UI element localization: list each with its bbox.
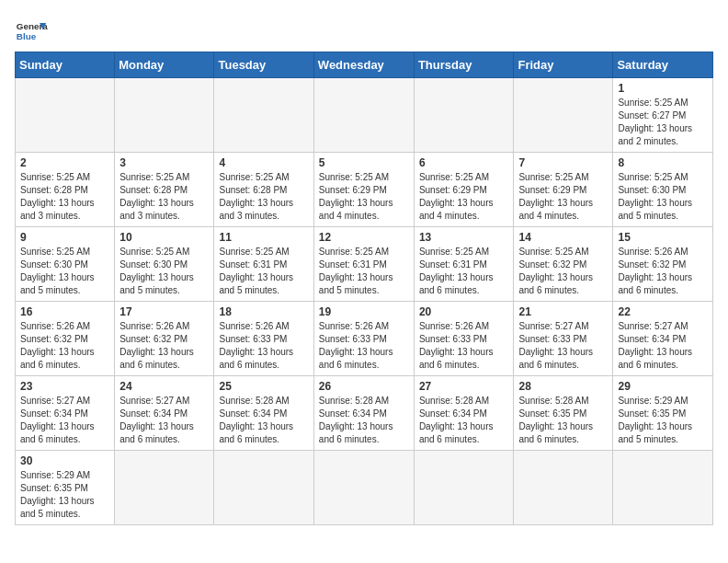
day-number: 7 bbox=[518, 156, 608, 169]
day-of-week-header: Thursday bbox=[414, 52, 514, 78]
day-info: Sunrise: 5:28 AM Sunset: 6:34 PM Dayligh… bbox=[219, 395, 308, 446]
generalblue-logo-icon: General Blue bbox=[15, 15, 48, 48]
calendar-day-cell: 25Sunrise: 5:28 AM Sunset: 6:34 PM Dayli… bbox=[214, 376, 313, 451]
calendar-day-cell: 17Sunrise: 5:26 AM Sunset: 6:32 PM Dayli… bbox=[115, 302, 214, 376]
calendar-day-cell bbox=[514, 78, 613, 153]
calendar-day-cell: 6Sunrise: 5:25 AM Sunset: 6:29 PM Daylig… bbox=[414, 153, 514, 227]
day-number: 29 bbox=[618, 380, 708, 393]
day-of-week-header: Monday bbox=[115, 52, 214, 78]
calendar-week-row: 16Sunrise: 5:26 AM Sunset: 6:32 PM Dayli… bbox=[16, 302, 713, 376]
calendar-day-cell bbox=[613, 451, 713, 525]
calendar-day-cell: 5Sunrise: 5:25 AM Sunset: 6:29 PM Daylig… bbox=[313, 153, 414, 227]
day-info: Sunrise: 5:25 AM Sunset: 6:28 PM Dayligh… bbox=[219, 171, 308, 223]
day-info: Sunrise: 5:27 AM Sunset: 6:34 PM Dayligh… bbox=[119, 395, 209, 446]
calendar-day-cell: 26Sunrise: 5:28 AM Sunset: 6:34 PM Dayli… bbox=[313, 376, 414, 451]
calendar-day-cell bbox=[115, 451, 214, 525]
day-info: Sunrise: 5:25 AM Sunset: 6:31 PM Dayligh… bbox=[419, 246, 509, 297]
day-info: Sunrise: 5:25 AM Sunset: 6:28 PM Dayligh… bbox=[119, 171, 209, 223]
day-number: 9 bbox=[20, 231, 109, 244]
calendar-day-cell bbox=[514, 451, 613, 525]
day-info: Sunrise: 5:28 AM Sunset: 6:34 PM Dayligh… bbox=[419, 395, 509, 446]
calendar-day-cell: 27Sunrise: 5:28 AM Sunset: 6:34 PM Dayli… bbox=[414, 376, 514, 451]
day-number: 25 bbox=[219, 380, 308, 393]
day-number: 24 bbox=[119, 380, 209, 393]
day-info: Sunrise: 5:25 AM Sunset: 6:31 PM Dayligh… bbox=[319, 246, 409, 297]
day-info: Sunrise: 5:26 AM Sunset: 6:32 PM Dayligh… bbox=[618, 246, 708, 297]
calendar-week-row: 1Sunrise: 5:25 AM Sunset: 6:27 PM Daylig… bbox=[16, 78, 713, 153]
calendar-day-cell: 2Sunrise: 5:25 AM Sunset: 6:28 PM Daylig… bbox=[16, 153, 115, 227]
day-number: 19 bbox=[319, 305, 409, 318]
day-number: 5 bbox=[319, 156, 409, 169]
calendar-day-cell: 3Sunrise: 5:25 AM Sunset: 6:28 PM Daylig… bbox=[115, 153, 214, 227]
calendar-day-cell: 4Sunrise: 5:25 AM Sunset: 6:28 PM Daylig… bbox=[214, 153, 313, 227]
calendar-day-cell: 7Sunrise: 5:25 AM Sunset: 6:29 PM Daylig… bbox=[514, 153, 613, 227]
day-info: Sunrise: 5:26 AM Sunset: 6:32 PM Dayligh… bbox=[119, 320, 209, 372]
calendar-week-row: 2Sunrise: 5:25 AM Sunset: 6:28 PM Daylig… bbox=[16, 153, 713, 227]
calendar-day-cell: 11Sunrise: 5:25 AM Sunset: 6:31 PM Dayli… bbox=[214, 227, 313, 302]
day-info: Sunrise: 5:25 AM Sunset: 6:31 PM Dayligh… bbox=[219, 246, 308, 297]
day-info: Sunrise: 5:25 AM Sunset: 6:30 PM Dayligh… bbox=[618, 171, 708, 223]
day-number: 6 bbox=[419, 156, 509, 169]
calendar-day-cell: 28Sunrise: 5:28 AM Sunset: 6:35 PM Dayli… bbox=[514, 376, 613, 451]
day-number: 14 bbox=[518, 231, 608, 244]
day-number: 20 bbox=[419, 305, 509, 318]
day-of-week-header: Wednesday bbox=[313, 52, 414, 78]
day-info: Sunrise: 5:27 AM Sunset: 6:34 PM Dayligh… bbox=[20, 395, 109, 446]
day-number: 10 bbox=[119, 231, 209, 244]
day-info: Sunrise: 5:28 AM Sunset: 6:34 PM Dayligh… bbox=[319, 395, 409, 446]
calendar-day-cell: 20Sunrise: 5:26 AM Sunset: 6:33 PM Dayli… bbox=[414, 302, 514, 376]
calendar-day-cell bbox=[115, 78, 214, 153]
day-of-week-header: Friday bbox=[514, 52, 613, 78]
day-number: 21 bbox=[518, 305, 608, 318]
day-of-week-header: Saturday bbox=[613, 52, 713, 78]
day-info: Sunrise: 5:26 AM Sunset: 6:33 PM Dayligh… bbox=[319, 320, 409, 372]
page-header: General Blue bbox=[15, 15, 713, 48]
day-number: 27 bbox=[419, 380, 509, 393]
calendar-day-cell bbox=[16, 78, 115, 153]
calendar-day-cell bbox=[214, 451, 313, 525]
day-info: Sunrise: 5:26 AM Sunset: 6:33 PM Dayligh… bbox=[419, 320, 509, 372]
day-number: 16 bbox=[20, 305, 109, 318]
day-info: Sunrise: 5:25 AM Sunset: 6:30 PM Dayligh… bbox=[119, 246, 209, 297]
calendar-day-cell: 14Sunrise: 5:25 AM Sunset: 6:32 PM Dayli… bbox=[514, 227, 613, 302]
calendar-day-cell: 1Sunrise: 5:25 AM Sunset: 6:27 PM Daylig… bbox=[613, 78, 713, 153]
day-info: Sunrise: 5:29 AM Sunset: 6:35 PM Dayligh… bbox=[618, 395, 708, 446]
day-of-week-header: Tuesday bbox=[214, 52, 313, 78]
day-number: 30 bbox=[20, 454, 109, 467]
day-info: Sunrise: 5:25 AM Sunset: 6:32 PM Dayligh… bbox=[518, 246, 608, 297]
day-info: Sunrise: 5:26 AM Sunset: 6:32 PM Dayligh… bbox=[20, 320, 109, 372]
calendar-week-row: 30Sunrise: 5:29 AM Sunset: 6:35 PM Dayli… bbox=[16, 451, 713, 525]
calendar-day-cell: 12Sunrise: 5:25 AM Sunset: 6:31 PM Dayli… bbox=[313, 227, 414, 302]
day-number: 13 bbox=[419, 231, 509, 244]
day-info: Sunrise: 5:28 AM Sunset: 6:35 PM Dayligh… bbox=[518, 395, 608, 446]
calendar-day-cell: 8Sunrise: 5:25 AM Sunset: 6:30 PM Daylig… bbox=[613, 153, 713, 227]
calendar-header-row: SundayMondayTuesdayWednesdayThursdayFrid… bbox=[16, 52, 713, 78]
calendar-day-cell bbox=[414, 78, 514, 153]
logo: General Blue bbox=[15, 15, 48, 48]
day-number: 18 bbox=[219, 305, 308, 318]
day-info: Sunrise: 5:25 AM Sunset: 6:30 PM Dayligh… bbox=[20, 246, 109, 297]
day-number: 1 bbox=[618, 82, 708, 95]
calendar-day-cell: 30Sunrise: 5:29 AM Sunset: 6:35 PM Dayli… bbox=[16, 451, 115, 525]
day-number: 23 bbox=[20, 380, 109, 393]
calendar-day-cell: 21Sunrise: 5:27 AM Sunset: 6:33 PM Dayli… bbox=[514, 302, 613, 376]
day-number: 22 bbox=[618, 305, 708, 318]
calendar-day-cell: 24Sunrise: 5:27 AM Sunset: 6:34 PM Dayli… bbox=[115, 376, 214, 451]
calendar-day-cell: 16Sunrise: 5:26 AM Sunset: 6:32 PM Dayli… bbox=[16, 302, 115, 376]
calendar-day-cell: 19Sunrise: 5:26 AM Sunset: 6:33 PM Dayli… bbox=[313, 302, 414, 376]
calendar-day-cell: 15Sunrise: 5:26 AM Sunset: 6:32 PM Dayli… bbox=[613, 227, 713, 302]
day-number: 12 bbox=[319, 231, 409, 244]
day-info: Sunrise: 5:26 AM Sunset: 6:33 PM Dayligh… bbox=[219, 320, 308, 372]
day-number: 26 bbox=[319, 380, 409, 393]
calendar-day-cell: 10Sunrise: 5:25 AM Sunset: 6:30 PM Dayli… bbox=[115, 227, 214, 302]
day-info: Sunrise: 5:25 AM Sunset: 6:27 PM Dayligh… bbox=[618, 97, 708, 148]
day-number: 3 bbox=[119, 156, 209, 169]
day-info: Sunrise: 5:25 AM Sunset: 6:29 PM Dayligh… bbox=[319, 171, 409, 223]
calendar-day-cell: 23Sunrise: 5:27 AM Sunset: 6:34 PM Dayli… bbox=[16, 376, 115, 451]
calendar-day-cell bbox=[313, 451, 414, 525]
day-number: 15 bbox=[618, 231, 708, 244]
day-number: 11 bbox=[219, 231, 308, 244]
day-number: 2 bbox=[20, 156, 109, 169]
day-number: 8 bbox=[618, 156, 708, 169]
calendar-day-cell: 13Sunrise: 5:25 AM Sunset: 6:31 PM Dayli… bbox=[414, 227, 514, 302]
